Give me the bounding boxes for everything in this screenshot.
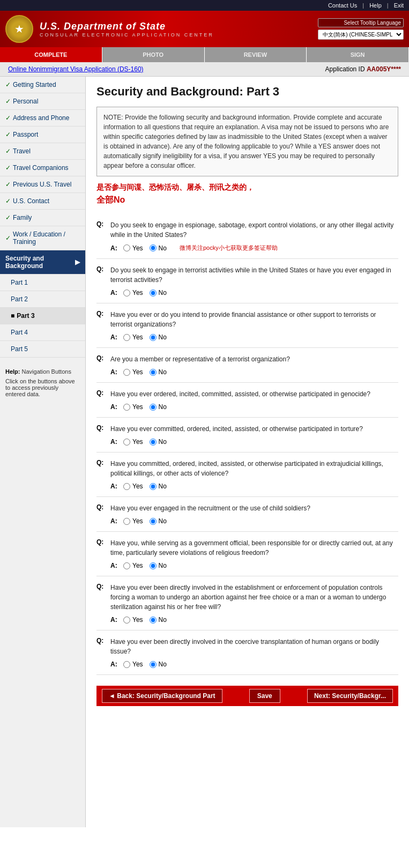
- radio-yes-2[interactable]: Yes: [123, 289, 143, 296]
- radio-yes-9[interactable]: Yes: [123, 562, 143, 569]
- radio-no-9[interactable]: No: [150, 562, 167, 569]
- radio-input-no-10[interactable]: [150, 617, 157, 624]
- next-button[interactable]: Next: Security/Backgr...: [307, 689, 393, 703]
- qa-block-2: Q: Do you seek to engage in terrorist ac…: [96, 259, 398, 303]
- prog-complete[interactable]: COMPLETE: [0, 47, 102, 62]
- radio-group-8: Yes No: [123, 517, 167, 525]
- prog-review[interactable]: REVIEW: [205, 47, 307, 62]
- radio-no-7[interactable]: No: [150, 483, 167, 490]
- sep1: |: [362, 2, 364, 9]
- radio-yes-5[interactable]: Yes: [123, 403, 143, 411]
- radio-input-no-8[interactable]: [150, 518, 157, 525]
- sidebar-item-personal[interactable]: ✓ Personal: [0, 93, 85, 110]
- back-button[interactable]: ◄ Back: Security/Background Part: [102, 689, 222, 703]
- sidebar-subitem-part3[interactable]: ■ Part 3: [0, 308, 85, 324]
- radio-input-yes-9[interactable]: [123, 562, 130, 569]
- radio-yes-7[interactable]: Yes: [123, 483, 143, 490]
- sidebar-item-previous-travel[interactable]: ✓ Previous U.S. Travel: [0, 176, 85, 193]
- radio-no-1[interactable]: No: [150, 244, 167, 252]
- radio-no-5[interactable]: No: [150, 403, 167, 411]
- tooltip-lang-label: Select Tooltip Language: [318, 18, 404, 27]
- sidebar-item-address-phone[interactable]: ✓ Address and Phone: [0, 110, 85, 127]
- question-row-10: Q: Have you ever been directly involved …: [96, 583, 398, 612]
- sidebar-label-us-contact: U.S. Contact: [13, 197, 49, 205]
- radio-input-yes-3[interactable]: [123, 334, 130, 341]
- help-link[interactable]: Help: [369, 2, 382, 9]
- prog-sign[interactable]: SIGN: [307, 47, 409, 62]
- exit-link[interactable]: Exit: [394, 2, 404, 9]
- radio-input-yes-10[interactable]: [123, 617, 130, 624]
- radio-input-yes-4[interactable]: [123, 369, 130, 376]
- contact-us-link[interactable]: Contact Us: [328, 2, 357, 9]
- page-title: Security and Background: Part 3: [96, 85, 398, 99]
- radio-input-no-9[interactable]: [150, 562, 157, 569]
- language-select[interactable]: 中文(简体) (CHINESE-SIMPLI: [318, 29, 404, 40]
- sidebar-subitem-part4[interactable]: Part 4: [0, 324, 85, 341]
- sidebar-label-passport: Passport: [13, 131, 38, 138]
- dept-name: U.S. Department of State: [40, 21, 214, 32]
- sidebar-item-travel[interactable]: ✓ Travel: [0, 143, 85, 160]
- radio-input-no-2[interactable]: [150, 290, 157, 296]
- sidebar-item-family[interactable]: ✓ Family: [0, 210, 85, 226]
- q1-note: 微博关注pocky小七获取更多签证帮助: [180, 244, 278, 252]
- check-companions: ✓: [5, 164, 11, 172]
- q-label-1: Q:: [96, 220, 107, 228]
- sidebar-item-security[interactable]: Security and Background ▶: [0, 250, 85, 275]
- sidebar-item-us-contact[interactable]: ✓ U.S. Contact: [0, 193, 85, 210]
- radio-yes-6[interactable]: Yes: [123, 438, 143, 446]
- radio-input-yes-8[interactable]: [123, 518, 130, 525]
- radio-no-2[interactable]: No: [150, 289, 167, 296]
- sidebar-item-getting-started[interactable]: ✓ Getting Started: [0, 77, 85, 93]
- sidebar-item-passport[interactable]: ✓ Passport: [0, 127, 85, 143]
- sidebar-item-travel-companions[interactable]: ✓ Travel Companions: [0, 160, 85, 176]
- radio-input-no-4[interactable]: [150, 369, 157, 376]
- sidebar-label-work: Work / Education / Training: [13, 231, 80, 246]
- q-label-11: Q:: [96, 637, 107, 644]
- sidebar-label-family: Family: [13, 214, 32, 221]
- q-label-2: Q:: [96, 265, 107, 273]
- sidebar-label-companions: Travel Companions: [13, 164, 69, 172]
- radio-input-no-6[interactable]: [150, 439, 157, 446]
- answer-row-8: A: Yes No: [96, 517, 398, 525]
- radio-yes-1[interactable]: Yes: [123, 244, 143, 252]
- radio-yes-10[interactable]: Yes: [123, 616, 143, 624]
- q-label-7: Q:: [96, 459, 107, 466]
- radio-input-no-3[interactable]: [150, 334, 157, 341]
- radio-input-no-11[interactable]: [150, 661, 157, 668]
- question-row-9: Q: Have you, while serving as a governme…: [96, 538, 398, 558]
- ds160-link[interactable]: Online Nonimmigrant Visa Application (DS…: [8, 65, 144, 73]
- a-label-5: A:: [110, 403, 121, 411]
- radio-input-yes-11[interactable]: [123, 661, 130, 668]
- radio-yes-4[interactable]: Yes: [123, 368, 143, 376]
- question-row-7: Q: Have you committed, ordered, incited,…: [96, 459, 398, 478]
- radio-yes-3[interactable]: Yes: [123, 333, 143, 341]
- sidebar-subitem-part2[interactable]: Part 2: [0, 291, 85, 308]
- radio-input-yes-7[interactable]: [123, 483, 130, 490]
- radio-input-no-1[interactable]: [150, 244, 157, 251]
- radio-no-10[interactable]: No: [150, 616, 167, 624]
- radio-no-11[interactable]: No: [150, 661, 167, 668]
- note-text: NOTE: Provide the following security and…: [103, 114, 389, 169]
- chinese-allno: 全部No: [96, 195, 398, 206]
- sidebar-subitem-part1[interactable]: Part 1: [0, 275, 85, 291]
- answer-row-6: A: Yes No: [96, 438, 398, 446]
- radio-input-yes-6[interactable]: [123, 439, 130, 446]
- radio-input-no-7[interactable]: [150, 483, 157, 490]
- prog-photo[interactable]: PHOTO: [102, 47, 205, 62]
- sidebar-item-work-education[interactable]: ✓ Work / Education / Training: [0, 226, 85, 250]
- radio-group-7: Yes No: [123, 483, 167, 490]
- radio-no-3[interactable]: No: [150, 333, 167, 341]
- radio-no-8[interactable]: No: [150, 517, 167, 525]
- radio-input-yes-1[interactable]: [123, 244, 130, 251]
- radio-input-yes-2[interactable]: [123, 290, 130, 296]
- help-box: Help: Navigation Buttons Click on the bu…: [0, 363, 85, 403]
- radio-no-6[interactable]: No: [150, 438, 167, 446]
- radio-yes-11[interactable]: Yes: [123, 661, 143, 668]
- radio-no-4[interactable]: No: [150, 368, 167, 376]
- radio-group-5: Yes No: [123, 403, 167, 411]
- radio-input-yes-5[interactable]: [123, 404, 130, 411]
- radio-input-no-5[interactable]: [150, 404, 157, 411]
- radio-yes-8[interactable]: Yes: [123, 517, 143, 525]
- save-button[interactable]: Save: [249, 689, 280, 703]
- sidebar-subitem-part5[interactable]: Part 5: [0, 341, 85, 358]
